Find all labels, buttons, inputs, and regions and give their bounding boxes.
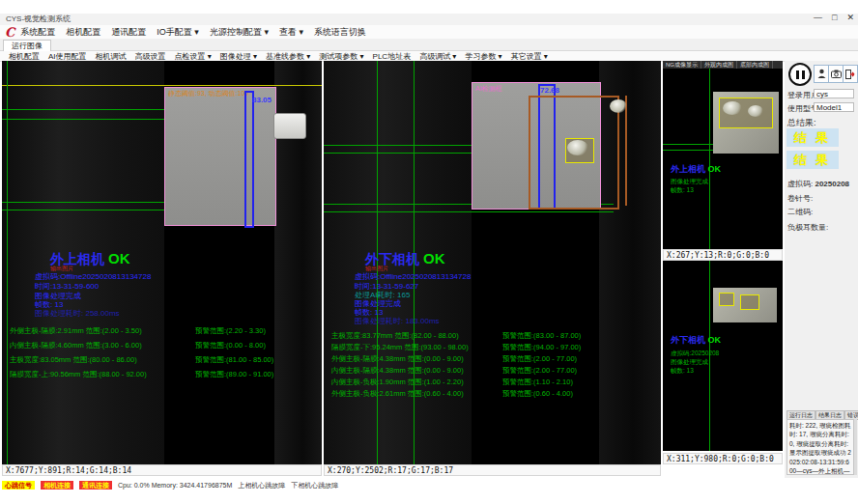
- toolbar-camera-debug[interactable]: 相机调试: [96, 51, 127, 62]
- upper-camera-warning: 上相机心跳故障: [238, 481, 285, 490]
- tab-strip: 运行图像: [0, 39, 858, 51]
- info-line: 图像处理完成: [671, 178, 708, 186]
- camera-result-title: 外上相机 OK: [671, 163, 721, 176]
- maximize-icon[interactable]: □: [832, 13, 837, 22]
- defect-view-tabs: NG成像显示 外观内成图 底部内成图: [663, 61, 783, 69]
- tab-run-image[interactable]: 运行图像: [3, 40, 51, 51]
- toolbar-ai-config[interactable]: AI使用配置: [48, 51, 87, 62]
- menu-io-config[interactable]: IO手配置 ▾: [157, 26, 199, 39]
- status-bar: 心跳信号 相机连接 通讯连接 Cpu: 0.0% Memory: 3424.41…: [0, 480, 858, 490]
- measurement-value: 外侧主极-隔膜:2.91mm 范围:(2.00 - 3.50): [10, 326, 142, 336]
- menu-light-config[interactable]: 光源控制配置 ▾: [210, 26, 269, 39]
- measurement-warning: 预警范围:(2.00 - 77.00): [502, 366, 577, 376]
- window-controls: — □ ✕: [814, 13, 854, 22]
- roi-line-orange: [625, 96, 627, 206]
- measure-line: [2, 202, 164, 203]
- lower-camera-warning: 下相机心跳故障: [291, 481, 338, 490]
- measurement-value: 外侧主极-负极:2.61mm 范围:(0.60 - 4.00): [331, 389, 464, 399]
- info-line: 虚拟码:20250208: [671, 350, 719, 358]
- camera-view-lower[interactable]: AI检测框 72.68 外下相机OK 输出图片 虚拟码:Offline20250…: [324, 61, 661, 464]
- app-logo-icon: C: [5, 26, 14, 39]
- log-scrollbar[interactable]: [854, 419, 857, 475]
- measurement-warning: 预警范围:(1.10 - 2.10): [502, 378, 573, 387]
- tab-count-label: 负极耳数量:: [787, 222, 828, 233]
- defect-box: [740, 294, 759, 310]
- tab-outer-image[interactable]: 外观内成图: [701, 61, 737, 69]
- virtual-code-label: 虚拟码: 20250208: [787, 179, 849, 189]
- measurement-warning: 预警范围:(81.00 - 85.00): [195, 355, 273, 365]
- defect-view-top[interactable]: 外上相机 OK 图像处理完成 帧数: 13: [663, 69, 783, 249]
- measure-line: [324, 145, 472, 146]
- user-button[interactable]: [814, 65, 829, 83]
- heartbeat-badge: 心跳信号: [2, 481, 35, 490]
- log-text[interactable]: 耗时: 222, 瑕疵检图耗时: 17, 瑕疵分离耗时: 0, 瑕疵提取分离耗时…: [786, 419, 854, 475]
- toolbar-advanced-settings[interactable]: 高级设置: [135, 51, 166, 62]
- needle-number-label: 卷针号:: [787, 193, 813, 204]
- tab-bottom-image[interactable]: 底部内成图: [737, 61, 773, 69]
- camera-name-label: 外上相机: [671, 164, 705, 174]
- close-icon[interactable]: ✕: [846, 13, 854, 22]
- reference-line: [2, 85, 322, 86]
- login-user-field[interactable]: cys: [814, 89, 854, 98]
- coords-bar-upper-camera: X:7677;Y:891;R:14;G:14;B:14: [2, 464, 322, 476]
- info-line: 帧数: 13: [671, 186, 694, 195]
- measurement-value: 内侧主极-隔膜:4.38mm 范围:(0.00 - 9.00): [331, 366, 464, 376]
- camera-result-title: 外下相机 OK: [671, 334, 721, 347]
- toolbar-camera-config[interactable]: 相机配置: [9, 51, 40, 62]
- menu-view[interactable]: 查看 ▾: [279, 26, 303, 39]
- width-value-label: 83.05: [252, 96, 272, 104]
- result-ok-label: OK: [108, 250, 130, 266]
- measurement-warning: 预警范围:(2.00 - 77.00): [502, 354, 577, 364]
- ai-box-label: AI检测框: [475, 84, 502, 94]
- cpu-memory-text: Cpu: 0.0% Memory: 3424.41796875M: [118, 482, 232, 489]
- toolbar-advanced-debug[interactable]: 高级调试 ▾: [419, 51, 456, 62]
- measure-line: [709, 69, 710, 249]
- result-box-lower: 结 果: [786, 151, 839, 169]
- exit-button[interactable]: [843, 65, 858, 83]
- comm-connect-badge: 通讯连接: [79, 481, 112, 490]
- measurement-value: 主极宽度:83.05mm 范围:(80.00 - 86.00): [10, 355, 137, 365]
- tab-connector: [273, 113, 306, 139]
- menu-system-config[interactable]: 系统配置: [20, 26, 55, 39]
- measurement-warning: 预警范围:(83.00 - 87.00): [502, 331, 581, 341]
- snapshot-button[interactable]: [828, 65, 844, 83]
- exit-arrow-icon: [845, 70, 856, 79]
- toolbar-test-params[interactable]: 测试项参数 ▾: [319, 51, 363, 62]
- pause-button[interactable]: [788, 63, 812, 86]
- minimize-icon[interactable]: —: [814, 13, 822, 22]
- toolbar-image-process[interactable]: 图像处理 ▾: [220, 51, 257, 62]
- measure-line: [324, 211, 614, 212]
- defect-highlight: [723, 101, 742, 115]
- measurement-value: 外侧主极-隔膜:4.38mm 范围:(0.00 - 9.00): [331, 354, 464, 364]
- qr-code-label: 二维码:: [787, 207, 813, 217]
- menu-camera-config[interactable]: 相机配置: [66, 26, 100, 39]
- camera-connect-badge: 相机连接: [41, 481, 73, 490]
- electrode-region: [164, 87, 276, 226]
- info-line: 帧数: 13: [671, 367, 694, 376]
- virtual-code-caption: 虚拟码:: [787, 180, 813, 188]
- camera-view-upper[interactable]: 静态阈值:93, 动态阈值:100 83.05 外上相机OK 输出图片 虚拟码:…: [2, 61, 322, 464]
- toolbar-spot-check[interactable]: 点检设置 ▾: [175, 51, 212, 62]
- tab-ng-display[interactable]: NG成像显示: [663, 61, 701, 69]
- measurement-value: 隔膜宽度-下:95.24mm 范围:(93.00 - 98.00): [331, 343, 469, 352]
- defect-view-bottom[interactable]: 外下相机 OK 虚拟码:20250208 图像处理完成 帧数: 13: [663, 261, 783, 451]
- defect-highlight: [610, 99, 627, 113]
- menu-comm-config[interactable]: 通讯配置: [111, 26, 146, 39]
- toolbar-plc-table[interactable]: PLC地址表: [373, 51, 412, 62]
- toolbar-other-settings[interactable]: 其它设置 ▾: [511, 51, 548, 62]
- measurement-value: 主极宽度:83.77mm 范围:(82.00 - 88.00): [331, 331, 459, 341]
- model-field[interactable]: Model1: [814, 102, 854, 112]
- measure-line: [663, 144, 713, 145]
- menu-language-switch[interactable]: 系统语言切换: [314, 26, 366, 39]
- menu-bar: C 系统配置 相机配置 通讯配置 IO手配置 ▾ 光源控制配置 ▾ 查看 ▾ 系…: [0, 25, 858, 40]
- title-bar: CYS-视觉检测系统: [0, 14, 858, 25]
- toolbar-baseline-params[interactable]: 基准线参数 ▾: [266, 51, 310, 62]
- measurement-warning: 预警范围:(89.00 - 91.00): [195, 370, 273, 379]
- defect-box: [719, 293, 734, 306]
- measurement-warning: 预警范围:(0.00 - 8.00): [195, 341, 266, 350]
- width-measure-box: [244, 91, 254, 228]
- info-line: 图像处理完成: [671, 358, 708, 367]
- coords-bar-lower-camera: X:270;Y:2502;R:17;G:17;B:17: [324, 464, 661, 476]
- result-box-upper: 结 果: [786, 128, 839, 147]
- toolbar-learning-params[interactable]: 学习参数 ▾: [465, 51, 501, 62]
